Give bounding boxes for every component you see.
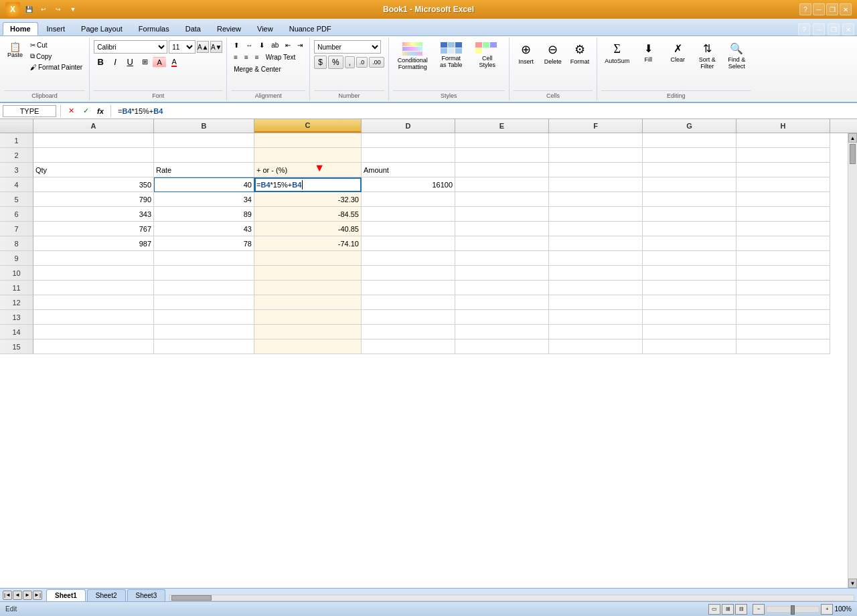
align-top-btn[interactable]: ⬆ (231, 40, 242, 50)
cell-b14[interactable] (154, 325, 254, 339)
cell-e2[interactable] (455, 148, 549, 163)
row-num-6[interactable]: 6 (0, 207, 33, 222)
corner-cell[interactable] (0, 119, 33, 133)
ribbon-help[interactable]: ? (798, 23, 810, 35)
cell-f7[interactable] (549, 222, 643, 236)
font-color-button[interactable]: A (167, 56, 181, 68)
copy-button[interactable]: ⧉ Copy (27, 51, 85, 62)
ribbon-restore[interactable]: ❐ (828, 23, 840, 35)
cell-b9[interactable] (154, 251, 254, 266)
help-btn[interactable]: ? (799, 3, 811, 15)
cell-d1[interactable] (362, 133, 455, 148)
cell-e1[interactable] (455, 133, 549, 148)
cell-h7[interactable] (736, 222, 830, 236)
cell-a2[interactable] (33, 148, 154, 163)
cell-h5[interactable] (736, 192, 830, 207)
cell-c2[interactable] (254, 148, 362, 163)
clear-btn[interactable]: ✗ Clear (664, 40, 692, 65)
cell-h15[interactable] (736, 339, 830, 354)
tab-page-layout[interactable]: Page Layout (74, 22, 130, 35)
cell-h12[interactable] (736, 295, 830, 310)
sheet-tab-2[interactable]: Sheet2 (87, 589, 126, 601)
cell-d15[interactable] (362, 339, 455, 354)
sheet-tab-1[interactable]: Sheet1 (46, 589, 86, 601)
align-center-btn[interactable]: ≡ (242, 52, 251, 62)
cell-d11[interactable] (362, 281, 455, 295)
increase-font-btn[interactable]: A▲ (197, 41, 209, 53)
redo-btn[interactable]: ↪ (52, 5, 64, 14)
cell-e14[interactable] (455, 325, 549, 339)
cell-f2[interactable] (549, 148, 643, 163)
name-box[interactable]: TYPE (3, 105, 56, 117)
cell-h10[interactable] (736, 266, 830, 281)
paste-button[interactable]: 📋 Paste (4, 40, 26, 60)
cell-b12[interactable] (154, 295, 254, 310)
cell-b1[interactable] (154, 133, 254, 148)
decrease-font-btn[interactable]: A▼ (210, 41, 222, 53)
cell-c7[interactable]: -40.85 (254, 222, 362, 236)
cell-e13[interactable] (455, 310, 549, 325)
cell-e12[interactable] (455, 295, 549, 310)
h-scroll-thumb[interactable] (171, 595, 212, 601)
cell-e5[interactable] (455, 192, 549, 207)
row-num-5[interactable]: 5 (0, 192, 33, 207)
format-as-table-btn[interactable]: Formatas Table (434, 40, 469, 70)
cell-h4[interactable] (736, 177, 830, 192)
cell-b15[interactable] (154, 339, 254, 354)
ribbon-minimize[interactable]: ─ (813, 23, 825, 35)
cell-f9[interactable] (549, 251, 643, 266)
cell-d9[interactable] (362, 251, 455, 266)
tab-review[interactable]: Review (210, 22, 248, 35)
save-quick-btn[interactable]: 💾 (23, 5, 35, 14)
cell-g15[interactable] (643, 339, 736, 354)
cell-a9[interactable] (33, 251, 154, 266)
cancel-formula-btn[interactable]: ✕ (65, 105, 77, 117)
row-num-8[interactable]: 8 (0, 236, 33, 251)
cell-h6[interactable] (736, 207, 830, 222)
normal-view-btn[interactable]: ▭ (708, 604, 720, 615)
cell-c13[interactable] (254, 310, 362, 325)
decrease-decimal-btn[interactable]: .00 (369, 57, 384, 68)
col-header-a[interactable]: A (33, 119, 154, 133)
cell-g4[interactable] (643, 177, 736, 192)
number-format-select[interactable]: Number (314, 40, 381, 54)
cell-e10[interactable] (455, 266, 549, 281)
insert-function-btn[interactable]: fx (94, 105, 106, 117)
cell-a7[interactable]: 767 (33, 222, 154, 236)
cell-d3[interactable]: Amount (362, 163, 455, 177)
col-header-c[interactable]: C (254, 119, 362, 133)
tab-view[interactable]: View (250, 22, 281, 35)
cell-d6[interactable] (362, 207, 455, 222)
font-size-select[interactable]: 11 (169, 40, 196, 54)
align-bottom-btn[interactable]: ⬇ (256, 40, 267, 50)
cell-e7[interactable] (455, 222, 549, 236)
cell-g9[interactable] (643, 251, 736, 266)
cell-h11[interactable] (736, 281, 830, 295)
sheet-nav-prev[interactable]: ◄ (13, 591, 22, 600)
conditional-formatting-btn[interactable]: ConditionalFormatting (393, 40, 433, 72)
cell-d7[interactable] (362, 222, 455, 236)
row-num-9[interactable]: 9 (0, 251, 33, 266)
cell-c15[interactable] (254, 339, 362, 354)
cell-c3[interactable]: + or - (%) ▼ (254, 163, 362, 177)
row-num-15[interactable]: 15 (0, 339, 33, 354)
cell-c6[interactable]: -84.55 (254, 207, 362, 222)
sheet-tab-3[interactable]: Sheet3 (127, 589, 166, 601)
col-header-e[interactable]: E (455, 119, 549, 133)
cell-e15[interactable] (455, 339, 549, 354)
cell-g8[interactable] (643, 236, 736, 251)
cell-f3[interactable] (549, 163, 643, 177)
cell-c10[interactable] (254, 266, 362, 281)
dollar-btn[interactable]: $ (314, 56, 327, 69)
tab-nuance[interactable]: Nuance PDF (282, 22, 339, 35)
cell-a12[interactable] (33, 295, 154, 310)
cell-a5[interactable]: 790 (33, 192, 154, 207)
cell-g12[interactable] (643, 295, 736, 310)
cell-f1[interactable] (549, 133, 643, 148)
increase-decimal-btn[interactable]: .0 (356, 57, 368, 68)
cell-g13[interactable] (643, 310, 736, 325)
bold-button[interactable]: B (94, 56, 107, 68)
align-left-btn[interactable]: ≡ (231, 52, 240, 62)
cell-h9[interactable] (736, 251, 830, 266)
cell-d8[interactable] (362, 236, 455, 251)
